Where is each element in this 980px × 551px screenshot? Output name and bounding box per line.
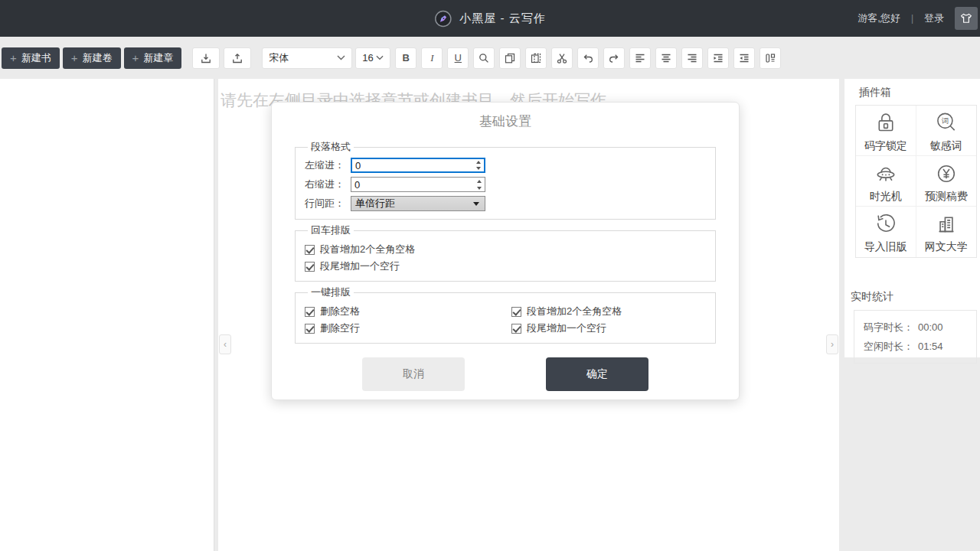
search-icon	[478, 52, 490, 64]
typeset-layout-button[interactable]	[760, 47, 781, 69]
checkbox-row-enter-blankline[interactable]: 段尾增加一个空行	[305, 258, 706, 275]
spinner-down-button[interactable]	[473, 184, 485, 191]
plugin-item-time-machine[interactable]: 时光机	[856, 156, 916, 207]
checkbox-checked-icon[interactable]	[305, 245, 315, 255]
theme-skin-button[interactable]	[955, 7, 978, 30]
checkbox-label: 段首增加2个全角空格	[527, 305, 622, 318]
checkbox-label: 删除空格	[320, 305, 360, 318]
dropdown-arrow-icon	[473, 202, 479, 206]
search-button[interactable]	[473, 47, 495, 69]
align-right-button[interactable]	[681, 47, 703, 69]
align-right-icon	[686, 52, 698, 64]
redo-button[interactable]	[603, 47, 625, 69]
checkbox-checked-icon[interactable]	[305, 262, 315, 272]
svg-text:词: 词	[940, 116, 949, 125]
left-indent-spinbox	[351, 158, 485, 173]
left-indent-input[interactable]	[352, 159, 472, 171]
yen-icon	[931, 159, 962, 188]
checkbox-label: 段首增加2个全角空格	[320, 243, 415, 256]
login-link[interactable]: 登录	[924, 11, 944, 25]
right-indent-row: 右缩进：	[305, 177, 706, 192]
cut-button[interactable]	[551, 47, 573, 69]
checkbox-row-oneclick-indent[interactable]: 段首增加2个全角空格	[511, 303, 706, 320]
new-book-button[interactable]: + 新建书	[2, 47, 60, 69]
greeting-text: 游客,您好	[858, 11, 900, 25]
enter-typeset-section: 回车排版 段首增加2个全角空格 段尾增加一个空行	[295, 223, 716, 282]
stats-label: 空闲时长：	[864, 337, 913, 356]
plugin-label: 码字锁定	[864, 139, 907, 153]
checkbox-checked-icon[interactable]	[511, 307, 521, 317]
align-left-button[interactable]	[629, 47, 651, 69]
plugin-item-lock[interactable]: 码字锁定	[856, 106, 916, 156]
tshirt-icon	[959, 11, 973, 25]
spinner-up-button[interactable]	[473, 178, 485, 184]
ufo-icon	[871, 159, 901, 188]
collapse-left-button[interactable]: ‹	[219, 334, 231, 354]
checkbox-row-oneclick-blankline[interactable]: 段尾增加一个空行	[511, 320, 706, 337]
dialog-title: 基础设置	[272, 112, 739, 130]
plugin-item-sensitive-words[interactable]: 词 敏感词	[916, 106, 977, 156]
toolbar: + 新建书 + 新建卷 + 新建章 宋体 16 B	[0, 37, 980, 79]
plugin-label: 网文大学	[925, 240, 968, 254]
plugin-item-import-legacy[interactable]: 导入旧版	[856, 207, 916, 257]
plus-icon: +	[71, 51, 78, 64]
stats-value: 00:00	[918, 318, 943, 337]
checkbox-checked-icon[interactable]	[305, 307, 315, 317]
align-center-icon	[660, 52, 672, 64]
right-indent-input[interactable]	[351, 178, 472, 191]
undo-icon	[582, 52, 594, 64]
checkbox-row-enter-indent[interactable]: 段首增加2个全角空格	[305, 241, 706, 258]
checkbox-row-remove-blanklines[interactable]: 删除空行	[305, 320, 511, 337]
cancel-button[interactable]: 取消	[362, 357, 465, 391]
new-volume-label: 新建卷	[83, 51, 113, 65]
checkbox-row-remove-spaces[interactable]: 删除空格	[305, 303, 511, 320]
new-chapter-button[interactable]: + 新建章	[124, 47, 182, 69]
checkbox-label: 段尾增加一个空行	[527, 321, 606, 335]
spinner-down-button[interactable]	[472, 165, 484, 171]
plus-icon: +	[10, 51, 17, 64]
section-legend: 一键排版	[308, 285, 354, 299]
align-center-button[interactable]	[655, 47, 677, 69]
font-family-select[interactable]: 宋体	[262, 47, 352, 69]
confirm-button[interactable]: 确定	[546, 357, 648, 391]
chevron-down-icon	[337, 55, 345, 60]
import-button[interactable]	[192, 47, 220, 69]
left-indent-label: 左缩进：	[305, 158, 351, 172]
bold-button[interactable]: B	[395, 47, 416, 69]
chapter-directory-panel	[0, 79, 214, 551]
spinner	[473, 178, 485, 191]
oneclick-typeset-section: 一键排版 删除空格 段首增加2个全角空格 删除空行 段尾增加一个空行	[295, 285, 716, 344]
buildings-icon	[931, 210, 962, 239]
italic-button[interactable]: I	[421, 47, 443, 69]
font-size-select[interactable]: 16	[355, 47, 390, 69]
paste-icon	[530, 52, 542, 64]
new-volume-button[interactable]: + 新建卷	[63, 47, 121, 69]
spinner-up-button[interactable]	[472, 159, 484, 165]
plus-icon: +	[132, 51, 139, 64]
undo-button[interactable]	[577, 47, 599, 69]
plugin-item-fee-predict[interactable]: 预测稿费	[916, 156, 977, 207]
copy-button[interactable]	[499, 47, 521, 69]
italic-label: I	[430, 52, 433, 64]
export-button[interactable]	[224, 47, 251, 69]
plugin-label: 时光机	[870, 190, 902, 204]
paste-button[interactable]	[525, 47, 547, 69]
line-spacing-select[interactable]: 单倍行距	[351, 196, 485, 211]
section-legend: 回车排版	[308, 223, 354, 237]
stats-value: 01:54	[918, 337, 943, 356]
typeset-layout-icon	[764, 52, 776, 64]
stats-label: 码字时长：	[864, 318, 913, 337]
underline-button[interactable]: U	[447, 47, 469, 69]
plugin-item-webnovel-college[interactable]: 网文大学	[916, 207, 977, 257]
indent-increase-button[interactable]	[707, 47, 729, 69]
export-icon	[231, 52, 243, 64]
collapse-right-button[interactable]: ›	[826, 334, 838, 354]
checkbox-checked-icon[interactable]	[305, 324, 315, 334]
plugin-label: 敏感词	[930, 139, 962, 153]
indent-decrease-button[interactable]	[733, 47, 755, 69]
align-left-icon	[634, 52, 646, 64]
topbar-separator: |	[911, 13, 913, 24]
basic-settings-dialog: 基础设置 段落格式 左缩进： 右缩进： 行间距	[271, 102, 740, 400]
checkbox-checked-icon[interactable]	[511, 324, 521, 334]
lock-icon	[871, 109, 901, 138]
